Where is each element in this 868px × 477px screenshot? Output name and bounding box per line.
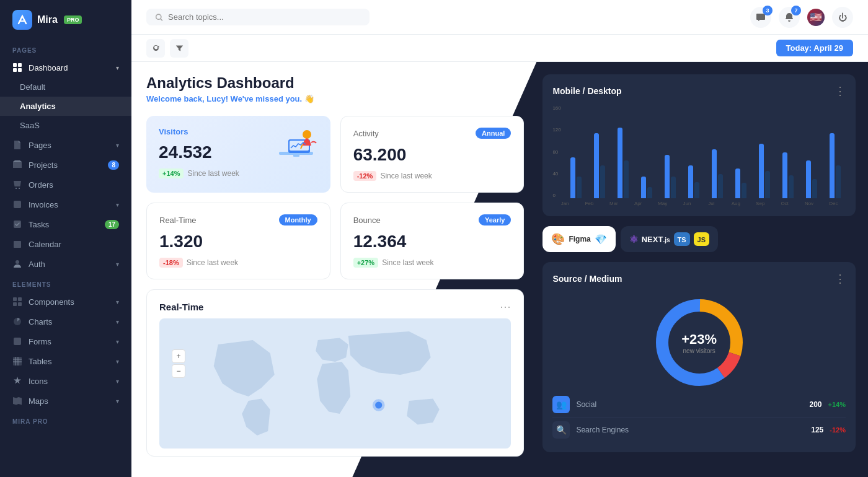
- section-label-pages: PAGES: [0, 40, 131, 58]
- subtitle-suffix: ! We've missed you. 👋: [226, 94, 314, 103]
- svg-rect-13: [18, 302, 22, 306]
- svg-point-22: [303, 130, 311, 139]
- refresh-icon: [152, 44, 160, 52]
- sidebar-item-pages[interactable]: Pages ▾: [0, 135, 131, 155]
- search-input[interactable]: [168, 12, 361, 22]
- svg-rect-0: [13, 63, 17, 67]
- sidebar-item-label-tables: Tables: [29, 357, 52, 366]
- donut-chart: +23% new visitors: [552, 293, 846, 392]
- map-title: Real-Time: [159, 302, 203, 312]
- sidebar-item-projects[interactable]: Projects 8: [0, 155, 131, 175]
- sidebar-item-label-pages: Pages: [29, 141, 51, 150]
- source-medium-more-btn[interactable]: ⋮: [835, 272, 846, 286]
- svg-rect-10: [13, 297, 17, 301]
- svg-rect-15: [14, 338, 21, 345]
- sidebar-item-calendar[interactable]: Calendar: [0, 234, 131, 254]
- bell-badge: 7: [791, 6, 801, 15]
- visitors-label: Visitors: [159, 127, 188, 136]
- logo-text: Mira: [37, 14, 58, 25]
- search-box[interactable]: [146, 9, 370, 25]
- sidebar-item-forms[interactable]: Forms ▾: [0, 331, 131, 351]
- visitors-card: Visitors 24.532 +14% Since last week: [146, 116, 330, 193]
- mobile-desktop-card: Mobile / Desktop ⋮ 160 120 80 40 0: [542, 74, 856, 216]
- realtime-change: -18%: [159, 258, 183, 268]
- svg-point-25: [373, 399, 385, 411]
- donut-text: +23% new visitors: [681, 331, 717, 354]
- sidebar-item-charts[interactable]: Charts ▾: [0, 312, 131, 331]
- sidebar-item-analytics[interactable]: Analytics: [0, 97, 131, 116]
- sidebar-item-invoices[interactable]: Invoices ▾: [0, 195, 131, 214]
- filter-icon: [175, 44, 184, 52]
- bounce-badge: Yearly: [479, 214, 511, 225]
- sidebar-item-label-tasks: Tasks: [29, 220, 49, 229]
- social-value: 200: [810, 400, 822, 409]
- realtime-badge: Monthly: [279, 214, 317, 225]
- svg-rect-21: [293, 154, 299, 157]
- sidebar-item-default[interactable]: Default: [0, 77, 131, 97]
- mobile-desktop-more-btn[interactable]: ⋮: [835, 84, 846, 98]
- notifications-chat-btn[interactable]: 3: [750, 7, 771, 28]
- sidebar-item-label-calendar: Calendar: [29, 240, 61, 249]
- svg-rect-6: [14, 201, 21, 208]
- svg-rect-16: [13, 357, 22, 365]
- svg-rect-8: [14, 241, 21, 248]
- social-icon: 👥: [552, 396, 570, 413]
- tech-logo-redux: ⚛ NEXT.js TS JS: [621, 226, 718, 252]
- pro-badge: PRO: [64, 15, 82, 24]
- subtitle-name: Lucy: [206, 94, 225, 103]
- main-area: 3 7 🇺🇸 ⏻ Today: April 29 Analytics Dashb…: [131, 0, 868, 477]
- world-map-svg: [159, 318, 511, 449]
- tech-logos-row: 🎨 Figma 💎 ⚛ NEXT.js TS JS: [542, 226, 856, 252]
- sidebar-item-tasks[interactable]: Tasks 17: [0, 214, 131, 234]
- stats-grid: Visitors 24.532 +14% Since last week: [146, 116, 524, 279]
- refresh-btn[interactable]: [146, 39, 165, 58]
- search-engines-icon: 🔍: [552, 421, 570, 439]
- dark-content: Mobile / Desktop ⋮ 160 120 80 40 0: [536, 62, 868, 477]
- source-rows: 👥 Social 200 +14% 🔍 Search Engines 125 -…: [552, 392, 846, 442]
- sidebar-item-label-projects: Projects: [29, 160, 58, 170]
- sidebar-item-components[interactable]: Components ▾: [0, 292, 131, 312]
- date-button[interactable]: Today: April 29: [776, 40, 853, 56]
- sidebar-item-label-maps: Maps: [29, 396, 48, 406]
- sidebar-item-maps[interactable]: Maps ▾: [0, 391, 131, 411]
- map-more-btn[interactable]: ⋯: [500, 300, 511, 313]
- social-label: Social: [576, 400, 809, 409]
- sidebar-item-label-icons: Icons: [29, 377, 48, 386]
- sidebar-item-saas[interactable]: SaaS: [0, 116, 131, 135]
- tech-logo-figma: 🎨 Figma 💎: [542, 226, 615, 252]
- svg-rect-12: [13, 302, 17, 306]
- section-label-mira-pro: MIRA PRO: [0, 411, 131, 429]
- language-flag[interactable]: 🇺🇸: [807, 9, 825, 26]
- sidebar-item-dashboard[interactable]: Dashboard ▾: [0, 58, 131, 77]
- page-toolbar: Today: April 29: [131, 35, 868, 62]
- map-zoom-out-btn[interactable]: −: [172, 364, 185, 378]
- sidebar-item-tables[interactable]: Tables ▾: [0, 351, 131, 371]
- social-change: +14%: [828, 401, 846, 408]
- sidebar-item-label-default: Default: [20, 82, 45, 92]
- logo-area: Mira PRO: [0, 0, 131, 40]
- sidebar-item-orders[interactable]: Orders: [0, 175, 131, 195]
- svg-rect-11: [18, 297, 22, 301]
- map-zoom-in-btn[interactable]: +: [172, 349, 185, 363]
- filter-btn[interactable]: [170, 39, 188, 58]
- sidebar-item-label-orders: Orders: [29, 180, 53, 190]
- realtime-stat-card: Real-Time Monthly 1.320 -18% Since last …: [146, 203, 330, 279]
- light-content: Analytics Dashboard Welcome back, Lucy! …: [131, 62, 536, 477]
- sidebar-item-auth[interactable]: Auth ▾: [0, 254, 131, 274]
- bounce-since: Since last week: [382, 258, 433, 267]
- activity-card: Activity Annual 63.200 -12% Since last w…: [340, 116, 525, 193]
- page-title: Analytics Dashboard: [146, 74, 524, 92]
- section-label-elements: ELEMENTS: [0, 274, 131, 292]
- invoices-chevron: ▾: [116, 201, 119, 208]
- sidebar-item-icons[interactable]: Icons ▾: [0, 371, 131, 391]
- activity-label: Activity: [353, 129, 379, 138]
- power-button[interactable]: ⏻: [832, 7, 853, 28]
- pages-chevron: ▾: [116, 142, 119, 149]
- notifications-bell-btn[interactable]: 7: [779, 7, 800, 28]
- bounce-label: Bounce: [353, 216, 381, 225]
- charts-chevron: ▾: [116, 318, 119, 325]
- dashboard-chevron: ▾: [116, 64, 119, 71]
- redux-icon: ⚛: [629, 234, 638, 245]
- figma-label: Figma: [569, 235, 590, 243]
- svg-point-9: [16, 260, 19, 264]
